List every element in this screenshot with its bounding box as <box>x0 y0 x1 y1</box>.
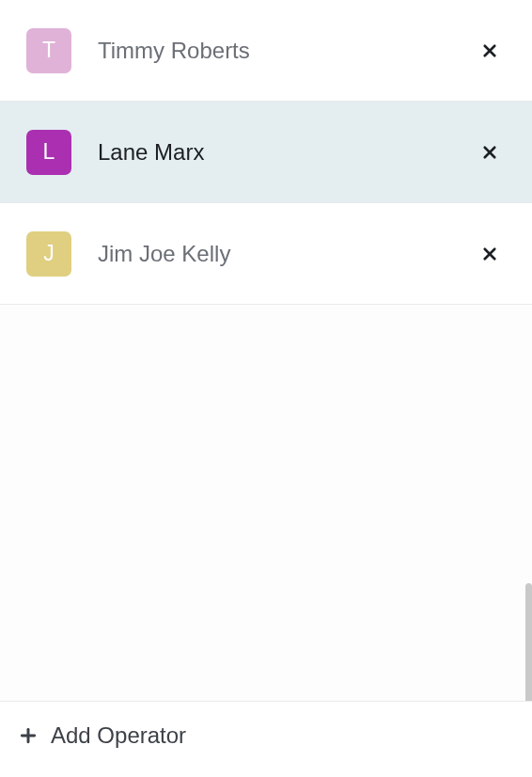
footer: Add Operator <box>0 701 532 777</box>
avatar: T <box>26 28 71 73</box>
close-icon[interactable] <box>479 40 500 61</box>
operator-row[interactable]: JJim Joe Kelly <box>0 203 532 305</box>
plus-icon <box>17 724 39 747</box>
avatar: J <box>26 231 71 277</box>
operator-name: Timmy Roberts <box>98 38 479 64</box>
add-operator-button[interactable]: Add Operator <box>17 722 515 749</box>
operator-panel: TTimmy RobertsLLane MarxJJim Joe Kelly A… <box>0 0 532 777</box>
operator-row[interactable]: TTimmy Roberts <box>0 0 532 102</box>
operator-row[interactable]: LLane Marx <box>0 102 532 203</box>
operator-name: Jim Joe Kelly <box>98 241 479 267</box>
close-icon[interactable] <box>479 142 500 163</box>
close-icon[interactable] <box>479 244 500 264</box>
operator-list: TTimmy RobertsLLane MarxJJim Joe Kelly <box>0 0 532 305</box>
add-operator-label: Add Operator <box>51 722 186 749</box>
operator-name: Lane Marx <box>98 139 479 166</box>
avatar: L <box>26 130 71 175</box>
